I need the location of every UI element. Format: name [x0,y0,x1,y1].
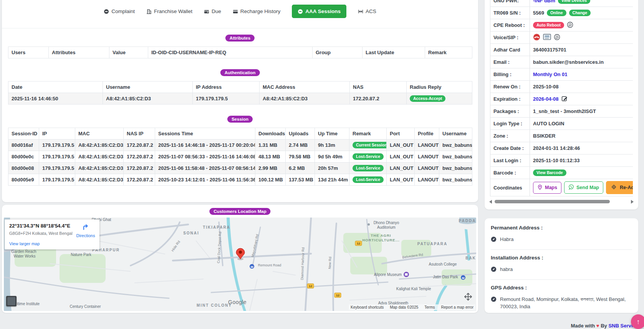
session-time: 2025-11-07 08:56:33 - 2025-11-16 14:46:0… [155,151,255,163]
horizontal-scrollbar[interactable] [489,199,634,204]
detail-row-cpe-reboot: CPE Reboot : Auto Reboot [490,19,633,32]
detail-row-create-date: Create Date : 2024-01-31 14:28:46 [490,142,633,155]
ethernet-icon [543,34,551,42]
session-uploads: 6.2 MB [286,163,315,174]
send-map-button[interactable]: Send Map [564,181,603,194]
sip-refresh-button[interactable] [554,34,560,42]
scroll-right-icon[interactable] [631,200,634,204]
directions-button[interactable]: Directions [76,222,96,238]
session-profile: LANOUT [415,174,439,186]
detail-row-tr069: TR069 S/N : 5569 Online Change [490,7,633,19]
view-barcode-button[interactable]: View Barcode [533,169,566,176]
gps-address-value: Remount Road, Mominpur, Kolkata, কলকাতা,… [500,296,632,311]
column-header: Attributes [49,47,109,58]
permanent-address-value-row: Habra [491,236,632,244]
session-uploads: 137.53 MB [286,174,315,186]
session-ip: 179.179.179.5 [39,151,75,163]
column-header: Users [8,47,49,58]
reboot-refresh-button[interactable] [567,22,573,29]
tr069-serial: 5569 [533,10,544,16]
svg-text:12: 12 [357,242,360,245]
installation-address-value-row: habra [491,266,632,274]
authentication-header-row: Date Username IP Address MAC Address NAS… [8,81,472,93]
edit-expiration-button[interactable] [561,95,568,103]
session-remark: Lost-Service [349,174,387,186]
column-header: Last Update [363,47,425,58]
tab-due[interactable]: Due [204,8,221,14]
change-button[interactable]: Change [569,10,591,17]
svg-text:PADDA: PADDA [459,219,476,223]
column-header: Port [387,128,415,140]
tab-aaa-sessions[interactable]: AAA Sessions [292,5,346,18]
maps-button[interactable]: Maps [533,182,561,194]
session-username: bwz_babuns [439,174,472,186]
tab-complaint[interactable]: Complaint [104,8,135,14]
ethernet-port-button[interactable] [543,34,551,42]
voice-call-button[interactable] [533,33,540,42]
column-header: MAC Address [260,81,350,93]
tab-franchise-wallet[interactable]: Franchise Wallet [146,8,192,14]
renew-date: 2025-10-08 [533,84,559,90]
report-map-error-link[interactable]: Report a map error [441,305,473,309]
session-port: LAN_OUT [387,163,415,174]
svg-text:SONAI: SONAI [183,231,199,235]
session-mac: A8:42:A1:85:C2:D3 [75,151,124,163]
svg-text:Water Works: Water Works [13,254,35,258]
column-header: Radius Reply [407,81,472,93]
session-header-row: Session-ID IP MAC NAS IP Sessions Time D… [8,128,472,140]
session-username: bwz_babuns [439,140,472,151]
tab-recharge-history[interactable]: Recharge History [233,8,280,14]
session-username: bwz_babuns [439,151,472,163]
column-header: NAS [350,81,407,93]
access-accept-badge: Access-Accept [410,95,445,102]
customer-detail-card: Complaint Franchise Wallet Due Recharge … [2,0,478,202]
map-coordinates: 22°31'34.3"N 88°18'54.4"E [9,223,70,229]
last-login-value: 2025-11-10 01:12:33 [533,158,579,163]
scroll-left-icon[interactable] [489,200,492,204]
svg-text:Remount Road: Remount Road [258,263,281,267]
detail-row-coordinates: Coordinates Maps Send Map Re-Add Coordin… [490,179,633,196]
scroll-to-top-button[interactable]: ↑ [631,314,644,329]
terms-link[interactable]: Terms [424,305,435,309]
divider [491,279,632,280]
arrow-up-icon: ↑ [637,318,640,326]
imagery-toggle[interactable] [6,296,17,306]
column-header: Value [109,47,148,58]
view-devices-button[interactable]: View Devices [558,0,590,4]
session-id: 80d00e08 [8,163,39,174]
view-larger-map-link[interactable]: View larger map [9,241,40,246]
re-add-coordinates-button[interactable]: Re-Add Coordinates [606,181,633,194]
pan-control-icon[interactable] [463,291,473,302]
svg-text:M: M [462,276,465,280]
directions-label: Directions [76,233,96,238]
svg-text:THE AGRI: THE AGRI [371,233,391,238]
google-map[interactable]: 12 12 12 M M Garden ReachWater WorksNatu… [4,218,476,311]
footer: Made with ♥ By SNB Services [571,323,641,329]
compass-icon [491,296,497,304]
svg-text:New Rd: New Rd [328,257,332,269]
keyboard-shortcuts-link[interactable]: Keyboard shortcuts [351,305,384,309]
scrollbar-thumb[interactable] [495,200,610,203]
billing-cycle-value: Monthly On 01 [533,71,568,77]
column-header: Sessions Time [155,128,255,140]
detail-row-email: Email : babun.sikder@snbservices.in [490,56,633,68]
attributes-section-badge: Attributes [225,35,255,42]
session-nas-ip: 172.20.87.2 [124,140,155,151]
session-section-badge: Session [227,116,253,123]
refresh-icon [567,22,573,29]
session-uptime: 13d 21h 44m [315,174,349,186]
map-card: Customers Location Map [2,205,478,313]
tab-acs[interactable]: ACS [358,8,376,14]
svg-text:Dhono Dhanyo: Dhono Dhanyo [374,221,399,225]
map-data-label: Map data ©2025 [390,305,418,309]
package-name: 1_snb_test - 3month2ISGT [533,108,596,114]
lost-service-badge: Lost-Service [353,153,384,160]
auth-ip: 179.179.179.5 [193,93,260,105]
map-attribution: Keyboard shortcuts Map data ©2025 Terms … [349,304,475,310]
column-header: Session-ID [8,128,39,140]
column-header: Date [8,81,103,93]
detail-row-barcode: Barcode : View Barcode [490,167,633,179]
svg-text:Century Container: Century Container [70,304,101,309]
svg-text:MINT COLONY: MINT COLONY [197,303,232,307]
auto-reboot-button[interactable]: Auto Reboot [533,22,564,29]
